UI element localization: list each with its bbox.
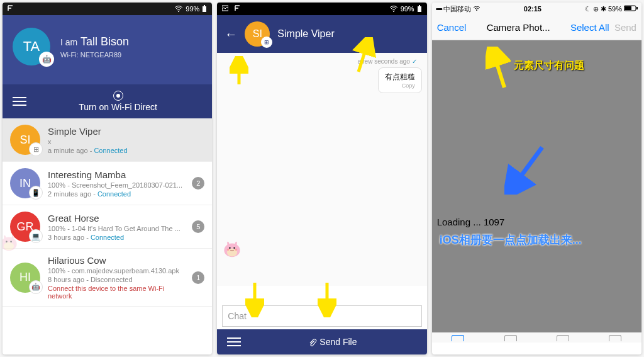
wifi-icon: [174, 6, 183, 12]
svg-point-8: [393, 11, 394, 12]
battery-icon: [624, 5, 638, 11]
windows-icon: ⊞: [261, 37, 272, 48]
svg-point-6: [10, 241, 12, 242]
svg-rect-19: [625, 6, 631, 10]
chat-header: ← SI ⊞ Simple Viper: [217, 15, 426, 53]
svg-point-17: [476, 9, 477, 11]
phone-2-feem-chat: 99% ← SI ⊞ Simple Viper a few seconds ag…: [217, 3, 426, 354]
contact-subtitle: x: [48, 138, 204, 145]
hamburger-menu-button[interactable]: [13, 97, 26, 106]
tab-icon[interactable]: [452, 335, 464, 341]
status-right: ☾ ⊕ ✱ 59%: [585, 5, 638, 13]
device-type-icon: 📱: [29, 186, 43, 200]
select-all-button[interactable]: Select All: [570, 22, 609, 33]
chat-avatar-initials: SI: [253, 28, 262, 40]
contact-name: Interesting Mamba: [48, 169, 184, 180]
picture-icon: [222, 5, 228, 11]
send-file-button[interactable]: Send File: [248, 337, 416, 347]
send-button[interactable]: Send: [614, 22, 636, 33]
battery-text: 99%: [186, 5, 199, 13]
unread-badge: 1: [192, 271, 204, 284]
svg-point-5: [6, 241, 8, 242]
contact-subtitle: 100% - com.majedev.superbeam.4130.apk: [48, 267, 184, 275]
annotation-arrow-yellow: [486, 47, 511, 91]
device-type-icon: 💻: [29, 229, 43, 243]
svg-rect-1: [203, 6, 206, 12]
svg-rect-10: [419, 5, 420, 6]
tab-icon[interactable]: [557, 335, 569, 341]
hamburger-menu-button[interactable]: [227, 337, 241, 346]
contact-item[interactable]: IN 📱 Interesting Mamba 100% - Screenshot…: [3, 162, 212, 205]
contact-name: Hilarious Cow: [48, 255, 184, 266]
avatar-initials: TA: [23, 38, 40, 55]
wifi-direct-button[interactable]: Turn on Wi-Fi Direct: [34, 91, 202, 112]
status-icons-left: [8, 5, 14, 13]
wifi-direct-bar: Turn on Wi-Fi Direct: [3, 84, 212, 118]
back-button[interactable]: ←: [225, 27, 237, 42]
annotation-text-2: iOS相册要一点点加载出来...: [440, 232, 582, 247]
annotation-arrow-blue: [504, 144, 548, 195]
svg-rect-2: [204, 5, 205, 6]
status-bar: ••••• 中国移动 02:15 ☾ ⊕ ✱ 59%: [432, 3, 641, 15]
wifi-icon: [389, 6, 398, 12]
chat-avatar[interactable]: SI ⊞: [245, 21, 270, 47]
chat-bottom-bar: Send File: [217, 329, 426, 354]
profile-name: Tall Bison: [80, 35, 129, 48]
send-file-label: Send File: [319, 337, 357, 347]
contact-item[interactable]: GR 💻 Great Horse 100% - 1-04 It's Hard T…: [3, 205, 212, 249]
contact-subtitle: 100% - 1-04 It's Hard To Get Around The …: [48, 225, 184, 232]
svg-point-0: [178, 11, 179, 12]
nav-title[interactable]: Camera Phot...: [487, 22, 550, 33]
wifi-direct-icon: [113, 91, 123, 101]
message-bubble[interactable]: 有点粗糙 Copy: [378, 67, 422, 93]
contact-avatar: IN 📱: [10, 168, 40, 198]
battery-icon: [417, 5, 422, 13]
battery-text: 99%: [401, 5, 414, 13]
contact-name: Great Horse: [48, 213, 184, 224]
app-logo-icon: [235, 5, 241, 11]
svg-point-4: [4, 242, 14, 251]
unread-badge: 5: [192, 220, 204, 233]
contact-list: SI ⊞ Simple Viper x a minute ago - Conne…: [3, 118, 212, 307]
profile-prefix: I am: [60, 37, 77, 47]
profile-avatar[interactable]: TA 🤖: [13, 28, 50, 65]
android-icon: 🤖: [39, 52, 54, 67]
status-time: 02:15: [524, 5, 541, 13]
svg-rect-20: [636, 7, 638, 9]
nav-bar: Cancel Camera Phot... Select All Send: [432, 15, 641, 40]
contact-avatar: SI ⊞: [10, 125, 40, 155]
status-bar: 99%: [217, 3, 426, 15]
unread-badge: 2: [192, 177, 204, 190]
loading-text: Loading ... 1097: [437, 217, 505, 227]
wifi-direct-label: Turn on Wi-Fi Direct: [79, 102, 157, 112]
message-text: 有点粗糙: [385, 72, 415, 82]
paperclip-icon: [308, 338, 317, 347]
phone-3-ios-photos: ••••• 中国移动 02:15 ☾ ⊕ ✱ 59% Cancel Camera…: [432, 3, 641, 354]
annotation-text-1: 元素尺寸有问题: [514, 59, 584, 72]
photos-body[interactable]: 元素尺寸有问题 Loading ... 1097 iOS相册要一点点加载出来..…: [432, 40, 641, 343]
status-icons-left: [222, 5, 240, 13]
device-type-icon: ⊞: [29, 142, 43, 156]
tab-icon[interactable]: [504, 335, 517, 341]
contact-item[interactable]: SI ⊞ Simple Viper x a minute ago - Conne…: [3, 118, 212, 162]
svg-rect-9: [418, 6, 421, 12]
message-timestamp: a few seconds ago ✓: [222, 58, 421, 65]
wifi-name: Wi-Fi: NETGEAR89: [60, 51, 202, 59]
chat-input[interactable]: Chat: [222, 305, 421, 327]
tab-icon[interactable]: [609, 335, 621, 341]
profile-header: TA 🤖 I am Tall Bison Wi-Fi: NETGEAR89: [3, 15, 212, 84]
app-logo-icon: [8, 5, 14, 11]
contact-subtitle: 100% - Screenshot_Feem_20180307-021...: [48, 181, 184, 189]
wifi-icon: [473, 6, 480, 11]
tab-bar: [432, 332, 641, 343]
chat-messages-area[interactable]: a few seconds ago ✓ 有点粗糙 Copy: [217, 53, 426, 286]
status-bar: 99%: [3, 3, 212, 15]
phone-1-feem-main: 99% TA 🤖 I am Tall Bison Wi-Fi: NETGEAR8…: [3, 3, 212, 354]
cancel-button[interactable]: Cancel: [437, 22, 467, 33]
battery-icon: [202, 5, 207, 13]
chat-title: Simple Viper: [277, 28, 334, 40]
chat-input-area: Chat Send File: [217, 303, 426, 354]
contact-name: Simple Viper: [48, 126, 204, 137]
contact-item[interactable]: HI 🤖 Hilarious Cow 100% - com.majedev.su…: [3, 249, 212, 307]
carrier: ••••• 中国移动: [436, 4, 480, 14]
